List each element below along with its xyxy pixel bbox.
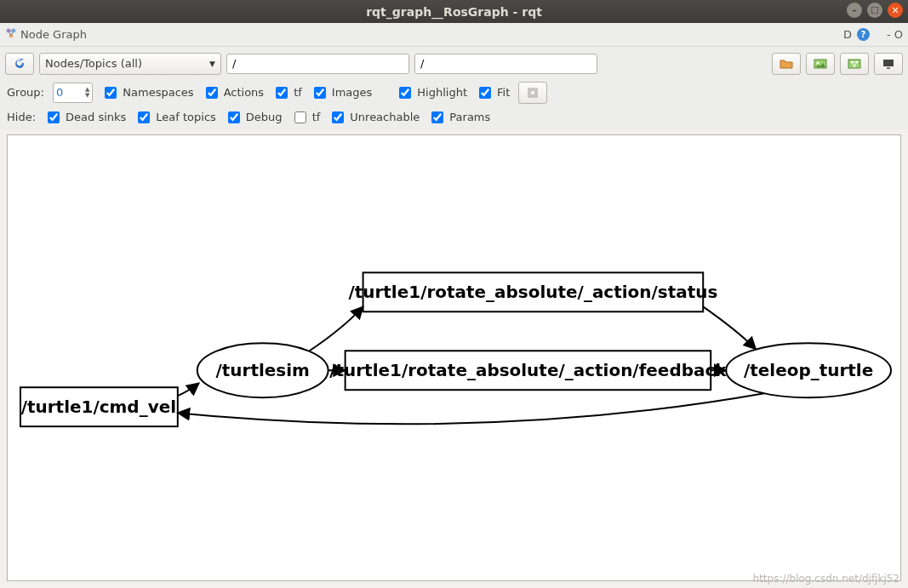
node-turtlesim-label: /turtlesim <box>216 361 310 381</box>
settings-button[interactable] <box>874 53 903 75</box>
tf-group-checkbox[interactable]: tf <box>272 84 302 101</box>
folder-open-icon <box>780 57 793 71</box>
help-icon[interactable]: ? <box>857 28 870 41</box>
node-action-status-label: /turtle1/rotate_absolute/_action/status <box>348 283 717 303</box>
namespaces-checkbox-input[interactable] <box>105 87 117 99</box>
svg-rect-15 <box>530 90 535 95</box>
actions-checkbox-input[interactable] <box>206 87 218 99</box>
toolbar: Nodes/Topics (all) ▼ <box>0 47 908 80</box>
filter-mode-select[interactable]: Nodes/Topics (all) ▼ <box>39 53 221 75</box>
refresh-icon <box>13 57 26 71</box>
group-options-row: Group: ▲▼ Namespaces Actions tf Images H… <box>0 80 908 105</box>
window-close-button[interactable]: ✕ <box>888 3 903 18</box>
refresh-button[interactable] <box>5 53 34 75</box>
save-image-icon <box>814 57 827 71</box>
fit-checkbox-input[interactable] <box>479 87 491 99</box>
edge-cmdvel-turtlesim <box>178 384 199 397</box>
hide-label: Hide: <box>7 111 36 123</box>
highlight-checkbox[interactable]: Highlight <box>396 84 467 101</box>
fit-view-button[interactable] <box>518 82 547 104</box>
window-minimize-button[interactable]: – <box>847 3 862 18</box>
plugin-title-text: Node Graph <box>20 28 87 41</box>
spinner-down-icon[interactable]: ▼ <box>85 93 89 99</box>
open-button[interactable] <box>772 53 801 75</box>
window-maximize-button[interactable]: ☐ <box>867 3 882 18</box>
images-checkbox-input[interactable] <box>314 87 326 99</box>
save-button[interactable] <box>806 53 835 75</box>
plugin-header: Node Graph D ? - O <box>0 23 908 47</box>
fit-checkbox[interactable]: Fit <box>476 84 510 101</box>
debug-checkbox[interactable]: Debug <box>225 109 283 126</box>
dead-sinks-checkbox[interactable]: Dead sinks <box>44 109 126 126</box>
save-graph-icon <box>848 57 861 71</box>
tf-group-checkbox-input[interactable] <box>276 87 288 99</box>
edge-status-teleop <box>703 307 756 350</box>
dock-hint[interactable]: D <box>843 28 852 41</box>
ros-graph-svg: /turtle1/cmd_vel /turtlesim /turtle1/rot… <box>8 135 900 580</box>
images-checkbox[interactable]: Images <box>311 84 373 101</box>
window-titlebar: rqt_graph__RosGraph - rqt – ☐ ✕ <box>0 0 908 23</box>
node-teleop-turtle-label: /teleop_turtle <box>744 361 873 381</box>
watermark-text: https://blog.csdn.net/djfjkj52 <box>753 573 899 585</box>
leaf-topics-checkbox[interactable]: Leaf topics <box>134 109 216 126</box>
node-cmd-vel-label: /turtle1/cmd_vel <box>21 397 176 418</box>
tf-hide-checkbox[interactable]: tf <box>291 109 321 126</box>
svg-rect-12 <box>883 60 894 66</box>
dead-sinks-checkbox-input[interactable] <box>48 111 60 123</box>
plugin-icon <box>5 27 17 42</box>
filter-mode-value: Nodes/Topics (all) <box>45 57 142 70</box>
params-checkbox-input[interactable] <box>431 111 443 123</box>
namespaces-checkbox[interactable]: Namespaces <box>101 84 193 101</box>
svg-point-7 <box>817 61 819 64</box>
unreachable-checkbox[interactable]: Unreachable <box>328 109 420 126</box>
leaf-topics-checkbox-input[interactable] <box>138 111 150 123</box>
unreachable-checkbox-input[interactable] <box>332 111 344 123</box>
graph-canvas[interactable]: /turtle1/cmd_vel /turtlesim /turtle1/rot… <box>7 134 901 581</box>
window-controls: – ☐ ✕ <box>847 3 903 18</box>
edge-turtlesim-status <box>310 307 363 351</box>
tf-hide-checkbox-input[interactable] <box>294 111 306 123</box>
group-depth-spinner[interactable]: ▲▼ <box>53 83 93 103</box>
save-dot-button[interactable] <box>840 53 869 75</box>
group-label: Group: <box>7 86 44 99</box>
menu-hint[interactable]: - O <box>887 28 903 41</box>
highlight-checkbox-input[interactable] <box>399 87 411 99</box>
node-action-feedback-label: /turtle1/rotate_absolute/_action/feedbac… <box>329 361 727 381</box>
group-depth-input[interactable] <box>54 84 83 101</box>
plugin-title: Node Graph <box>5 27 87 42</box>
actions-checkbox[interactable]: Actions <box>203 84 265 101</box>
node-filter-input[interactable] <box>226 54 409 74</box>
debug-checkbox-input[interactable] <box>228 111 240 123</box>
chevron-down-icon: ▼ <box>209 60 215 68</box>
hide-options-row: Hide: Dead sinks Leaf topics Debug tf Un… <box>0 105 908 129</box>
params-checkbox[interactable]: Params <box>428 109 490 126</box>
topic-filter-input[interactable] <box>414 54 597 74</box>
svg-rect-13 <box>887 67 890 69</box>
fit-icon <box>528 88 538 98</box>
window-title: rqt_graph__RosGraph - rqt <box>0 5 908 19</box>
screen-icon <box>882 57 895 71</box>
